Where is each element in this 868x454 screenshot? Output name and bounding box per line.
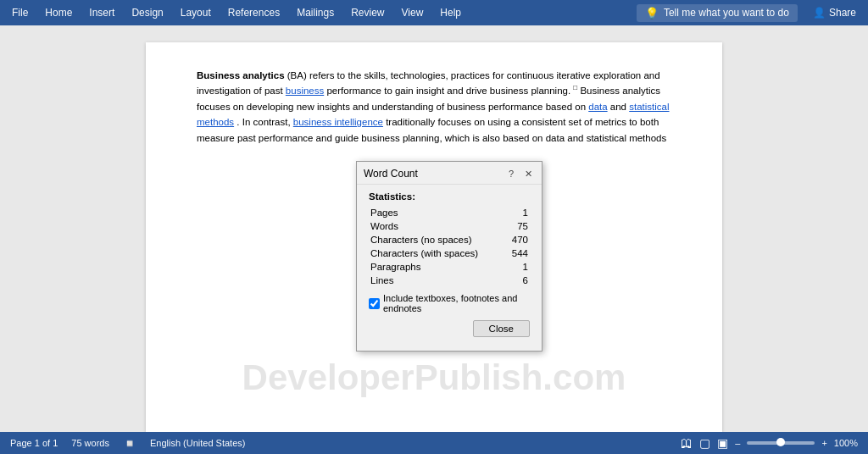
menu-mailings[interactable]: Mailings bbox=[288, 3, 342, 22]
stats-value-cell: 6 bbox=[508, 274, 528, 286]
document-paragraph: Business analytics (BA) refers to the sk… bbox=[197, 68, 671, 146]
dialog-title: Word Count bbox=[364, 168, 504, 180]
paragraph-2: performance to gain insight and drive bu… bbox=[326, 86, 570, 96]
stats-label-cell: Paragraphs bbox=[370, 261, 506, 273]
stats-row: Words75 bbox=[370, 220, 528, 232]
menu-bar: File Home Insert Design Layout Reference… bbox=[0, 0, 868, 25]
tell-me-box[interactable]: 💡 Tell me what you want to do bbox=[637, 4, 798, 22]
zoom-out-button[interactable]: – bbox=[735, 438, 740, 448]
menu-file[interactable]: File bbox=[3, 3, 36, 22]
stats-value-cell: 470 bbox=[508, 234, 528, 246]
stats-row: Lines6 bbox=[370, 274, 528, 286]
ribbon: File Home Insert Design Layout Reference… bbox=[0, 0, 868, 25]
stats-label-cell: Characters (with spaces) bbox=[370, 247, 506, 259]
link-business[interactable]: business bbox=[286, 86, 324, 96]
paragraph-5: . In contrast, bbox=[236, 117, 292, 127]
dialog-controls: ? ✕ bbox=[504, 167, 535, 180]
statistics-table: Pages1Words75Characters (no spaces)470Ch… bbox=[369, 205, 530, 288]
paragraph-4: and bbox=[610, 102, 629, 112]
stats-value-cell: 1 bbox=[508, 207, 528, 219]
menu-view[interactable]: View bbox=[393, 3, 432, 22]
watermark: DeveloperPublish.com bbox=[242, 357, 626, 398]
stats-value-cell: 544 bbox=[508, 247, 528, 259]
term-bold: Business analytics bbox=[197, 70, 285, 80]
menu-layout[interactable]: Layout bbox=[172, 3, 220, 22]
word-count-status: 75 words bbox=[71, 438, 109, 448]
stats-value-cell: 1 bbox=[508, 261, 528, 273]
share-label: Share bbox=[829, 7, 856, 19]
stats-row: Characters (no spaces)470 bbox=[370, 234, 528, 246]
web-layout-icon[interactable]: ▣ bbox=[717, 436, 728, 450]
stats-value-cell: 75 bbox=[508, 220, 528, 232]
stats-row: Pages1 bbox=[370, 207, 528, 219]
menu-insert[interactable]: Insert bbox=[81, 3, 123, 22]
language-label: English (United States) bbox=[150, 438, 246, 448]
stats-label-cell: Pages bbox=[370, 207, 506, 219]
zoom-slider[interactable] bbox=[747, 441, 815, 445]
tell-me-text: Tell me what you want to do bbox=[664, 7, 789, 19]
status-bar: Page 1 of 1 75 words ◽ English (United S… bbox=[0, 432, 868, 454]
menu-design[interactable]: Design bbox=[123, 3, 171, 22]
menu-help[interactable]: Help bbox=[431, 3, 470, 22]
stats-row: Paragraphs1 bbox=[370, 261, 528, 273]
dialog-help-button[interactable]: ? bbox=[504, 167, 518, 180]
term-abbr: (BA) bbox=[287, 70, 307, 80]
zoom-level: 100% bbox=[834, 438, 858, 448]
stats-label-cell: Lines bbox=[370, 274, 506, 286]
dialog-content: Statistics: Pages1Words75Characters (no … bbox=[357, 185, 542, 351]
include-label: Include textboxes, footnotes and endnote… bbox=[383, 293, 530, 313]
menu-references[interactable]: References bbox=[220, 3, 288, 22]
close-button-row: Close bbox=[369, 320, 530, 344]
print-layout-icon[interactable]: ▢ bbox=[699, 436, 710, 450]
word-count-dialog: Word Count ? ✕ Statistics: Pages1Words75… bbox=[356, 161, 542, 352]
include-checkbox-row: Include textboxes, footnotes and endnote… bbox=[369, 293, 530, 313]
menu-home[interactable]: Home bbox=[36, 3, 81, 22]
footnote-mark: □ bbox=[573, 85, 577, 92]
dialog-titlebar: Word Count ? ✕ bbox=[357, 162, 542, 185]
share-button[interactable]: 👤 Share bbox=[804, 5, 865, 20]
zoom-thumb bbox=[776, 438, 785, 446]
lightbulb-icon: 💡 bbox=[645, 7, 659, 19]
menu-review[interactable]: Review bbox=[342, 3, 392, 22]
include-checkbox[interactable] bbox=[369, 298, 380, 309]
stats-label-cell: Words bbox=[370, 220, 506, 232]
statistics-label: Statistics: bbox=[369, 191, 530, 202]
document-area: Business analytics (BA) refers to the sk… bbox=[0, 25, 868, 432]
stats-row: Characters (with spaces)544 bbox=[370, 247, 528, 259]
read-mode-icon[interactable]: 🕮 bbox=[681, 436, 693, 450]
stats-label-cell: Characters (no spaces) bbox=[370, 234, 506, 246]
dialog-close-x-button[interactable]: ✕ bbox=[521, 167, 535, 180]
zoom-in-button[interactable]: + bbox=[821, 438, 826, 448]
close-button[interactable]: Close bbox=[473, 320, 530, 337]
status-right: 🕮 ▢ ▣ – + 100% bbox=[681, 436, 858, 450]
link-data[interactable]: data bbox=[588, 102, 607, 112]
page-info: Page 1 of 1 bbox=[10, 438, 58, 448]
link-bi[interactable]: business intelligence bbox=[293, 117, 383, 127]
share-icon: 👤 bbox=[813, 7, 826, 19]
proofing-icon: ◽ bbox=[123, 437, 136, 450]
